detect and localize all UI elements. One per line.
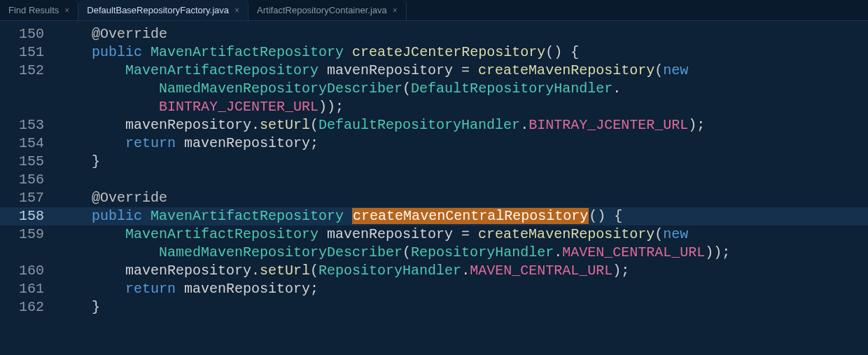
code-token: BINTRAY_JCENTER_URL [159,99,318,115]
code-token: NamedMavenRepositoryDescriber [159,81,402,97]
code-line[interactable]: public MavenArtifactRepository createMav… [52,207,868,225]
code-token: return [125,281,176,297]
code-token: MAVEN_CENTRAL_URL [470,263,612,279]
code-line[interactable]: NamedMavenRepositoryDescriber(Repository… [52,244,868,262]
code-token [58,281,125,297]
code-token: mavenRepository; [176,281,318,297]
line-number: 150 [0,25,52,43]
code-token: ( [310,263,318,279]
code-token [344,44,352,60]
code-line[interactable]: public MavenArtifactRepository createJCe… [52,43,868,62]
tab-bar: Find Results × DefaultBaseRepositoryFact… [0,0,868,21]
code-token: createMavenRepository [478,226,654,242]
code-line[interactable]: @Override [52,25,868,43]
line-number: 154 [0,134,52,153]
code-token: )); [318,99,344,115]
line-number: 152 [0,62,52,80]
code-token: MavenArtifactRepository [150,208,344,224]
code-token: mavenRepository. [58,117,260,133]
close-icon[interactable]: × [234,6,239,15]
line-number: 161 [0,280,52,298]
search-highlight: createMavenCentralRepository [352,208,589,224]
code-token: setUrl [260,263,310,279]
code-token: RepositoryHandler [318,263,461,279]
code-token: ( [310,117,318,133]
code-content[interactable]: @Override public MavenArtifactRepository… [52,21,868,355]
close-icon[interactable]: × [64,6,69,15]
code-token: mavenRepository = [318,226,478,242]
code-token: DefaultRepositoryHandler [411,81,612,97]
line-number [0,98,52,116]
code-token: () { [589,208,622,224]
editor-area: 150151152153154155156157158159160161162 … [0,21,868,355]
code-token: ( [402,81,411,97]
code-token: return [125,135,176,151]
code-token [142,44,150,60]
code-token: createJCenterRepository [352,44,545,60]
tab-label: DefaultBaseRepositoryFactory.java [87,5,229,15]
code-token [344,208,352,224]
code-token [58,99,159,115]
line-number: 158 [0,207,52,225]
code-token: mavenRepository = [318,62,478,78]
code-token: @Override [92,190,167,206]
line-number: 155 [0,153,52,171]
code-token: MAVEN_CENTRAL_URL [562,244,705,260]
code-token: () { [545,44,579,60]
code-line[interactable]: mavenRepository.setUrl(RepositoryHandler… [52,262,868,280]
code-token [58,81,159,97]
code-line[interactable]: @Override [52,189,868,207]
line-number: 153 [0,116,52,134]
tab-label: ArtifactRepositoryContainer.java [257,5,387,15]
code-token: public [92,208,142,224]
code-token [58,208,92,224]
code-line[interactable]: BINTRAY_JCENTER_URL)); [52,98,868,116]
code-token: new [663,226,688,242]
code-line[interactable]: NamedMavenRepositoryDescriber(DefaultRep… [52,80,868,98]
code-token: } [58,153,100,169]
code-line[interactable]: return mavenRepository; [52,134,868,153]
tab-default-base-repository-factory[interactable]: DefaultBaseRepositoryFactory.java × [78,0,248,20]
code-token: setUrl [260,117,310,133]
code-token: public [92,44,142,60]
code-line[interactable]: MavenArtifactRepository mavenRepository … [52,62,868,80]
code-token: . [461,263,470,279]
code-line[interactable]: } [52,298,868,316]
code-token [58,244,159,260]
code-line[interactable]: } [52,153,868,171]
code-line[interactable]: mavenRepository.setUrl(DefaultRepository… [52,116,868,134]
code-token: createMavenRepository [478,62,654,78]
line-number [0,80,52,98]
code-token: @Override [92,26,167,42]
code-token: } [58,299,100,315]
code-token: ); [688,117,705,133]
code-token [58,190,92,206]
code-token: RepositoryHandler [411,244,554,260]
tab-label: Find Results [8,5,59,15]
line-number: 162 [0,298,52,316]
line-number [0,244,52,262]
code-token: NamedMavenRepositoryDescriber [159,244,402,260]
code-token [58,135,125,151]
code-token: MavenArtifactRepository [125,62,318,78]
code-token [142,208,150,224]
line-number: 160 [0,262,52,280]
tab-find-results[interactable]: Find Results × [0,0,78,20]
code-token: mavenRepository. [58,263,260,279]
line-number: 157 [0,189,52,207]
line-number: 151 [0,43,52,62]
line-number: 159 [0,225,52,244]
code-token: new [663,62,688,78]
code-token: ( [654,62,663,78]
code-token: DefaultRepositoryHandler [318,117,520,133]
close-icon[interactable]: × [393,6,398,15]
code-token: ); [612,263,629,279]
tab-artifact-repository-container[interactable]: ArtifactRepositoryContainer.java × [248,0,407,20]
code-token: . [612,81,621,97]
code-token: BINTRAY_JCENTER_URL [528,117,688,133]
code-token [58,226,125,242]
code-line[interactable]: return mavenRepository; [52,280,868,298]
code-line[interactable] [52,171,868,189]
line-number-gutter: 150151152153154155156157158159160161162 [0,21,52,355]
code-line[interactable]: MavenArtifactRepository mavenRepository … [52,225,868,244]
